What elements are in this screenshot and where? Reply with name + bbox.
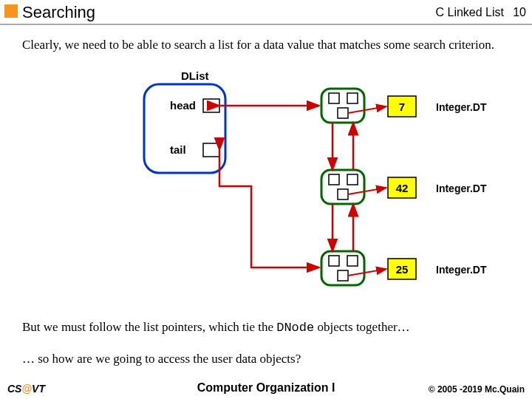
svg-rect-11	[338, 270, 348, 281]
bullet-square-icon	[4, 4, 18, 18]
svg-rect-2	[347, 93, 358, 103]
topbar: Searching C Linked List 10	[0, 0, 532, 24]
value-3: 25	[396, 263, 409, 276]
tail-label: tail	[170, 143, 186, 156]
svg-rect-10	[347, 256, 358, 266]
svg-rect-6	[347, 174, 358, 185]
dnode-2	[321, 170, 364, 204]
page-number: 10	[513, 6, 526, 19]
type-label-3: Integer.DT	[436, 264, 487, 276]
tail-ptr-box	[203, 143, 219, 157]
head-ptr-box	[203, 99, 219, 112]
dlist-label: DList	[181, 69, 209, 82]
dnode-3	[321, 251, 364, 285]
mid1-b: objects together…	[314, 320, 409, 334]
slide-topic: C Linked List	[436, 6, 505, 19]
linked-list-diagram: DList head tail 7 Integer.DT	[22, 66, 510, 310]
arrow-payload-1	[348, 106, 386, 113]
arrow-payload-2	[348, 188, 386, 194]
header-rule	[0, 24, 532, 25]
svg-rect-5	[329, 174, 339, 185]
svg-rect-7	[338, 189, 348, 200]
type-label-2: Integer.DT	[436, 183, 487, 194]
head-label: head	[170, 99, 196, 112]
mid1-code: DNode	[276, 321, 314, 335]
arrow-tail-node3	[219, 150, 319, 267]
mid-text-1: But we must follow the list pointers, wh…	[22, 319, 510, 335]
dnode-1	[321, 89, 364, 123]
intro-text: Clearly, we need to be able to search a …	[22, 37, 510, 52]
type-label-1: Integer.DT	[436, 101, 487, 113]
svg-rect-1	[329, 93, 339, 103]
arrow-payload-3	[348, 269, 386, 276]
mid-text-2: … so how are we going to access the user…	[22, 351, 510, 366]
value-2: 42	[396, 182, 409, 194]
value-1: 7	[399, 100, 405, 113]
mid1-a: But we must follow the list pointers, wh…	[22, 320, 276, 334]
svg-rect-9	[329, 256, 339, 266]
footer-right: © 2005 -2019 Mc.Quain	[429, 384, 525, 395]
slide: Searching C Linked List 10 Clearly, we n…	[0, 0, 532, 399]
svg-rect-3	[338, 108, 348, 118]
slide-title: Searching	[22, 3, 95, 22]
dlist-box	[144, 84, 225, 173]
